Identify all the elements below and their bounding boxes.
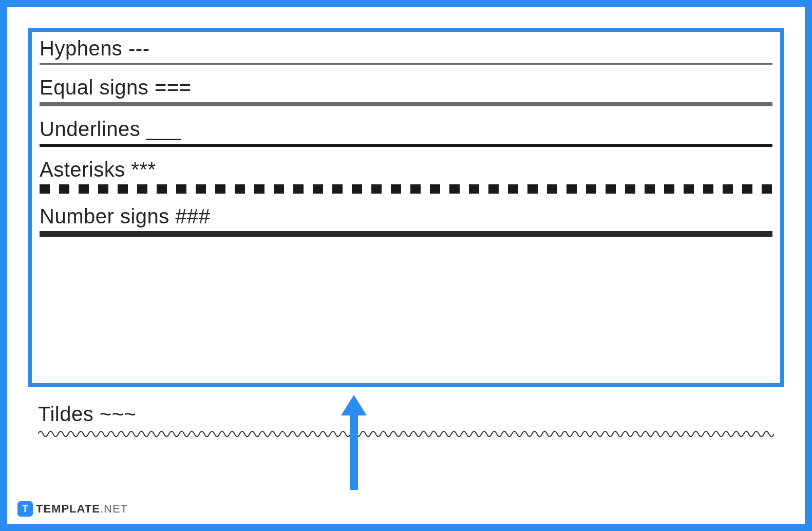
watermark-brand-light: .NET <box>100 502 128 515</box>
rule-double-line <box>40 102 772 106</box>
rule-thick-line <box>40 144 772 147</box>
label-number-signs: Number signs ### <box>40 205 772 228</box>
svg-marker-0 <box>341 395 367 490</box>
autoformat-example-asterisks: Asterisks *** <box>40 158 772 194</box>
autoformat-example-tildes: Tildes ~~~ <box>38 403 774 441</box>
rule-triple-line <box>40 231 772 235</box>
highlighted-section: Hyphens --- Equal signs === Underlines _… <box>28 28 784 387</box>
autoformat-example-number-signs: Number signs ### <box>40 205 772 235</box>
label-underlines: Underlines ___ <box>40 118 772 141</box>
arrow-up-icon <box>341 395 367 490</box>
watermark: T TEMPLATE.NET <box>17 501 128 517</box>
outer-frame: Hyphens --- Equal signs === Underlines _… <box>0 0 812 531</box>
watermark-logo-icon: T <box>17 501 33 517</box>
label-asterisks: Asterisks *** <box>40 158 772 181</box>
autoformat-example-equals: Equal signs === <box>40 76 772 106</box>
watermark-brand-bold: TEMPLATE <box>36 502 100 515</box>
rule-wave-line <box>38 429 774 439</box>
watermark-logo-letter: T <box>23 504 28 515</box>
autoformat-example-underlines: Underlines ___ <box>40 118 772 147</box>
watermark-text: TEMPLATE.NET <box>36 502 128 516</box>
autoformat-example-hyphens: Hyphens --- <box>40 37 772 65</box>
label-hyphens: Hyphens --- <box>40 37 772 60</box>
label-tildes: Tildes ~~~ <box>38 403 774 426</box>
rule-dotted-line <box>40 184 772 194</box>
label-equals: Equal signs === <box>40 76 772 99</box>
rule-thin-line <box>40 63 772 65</box>
